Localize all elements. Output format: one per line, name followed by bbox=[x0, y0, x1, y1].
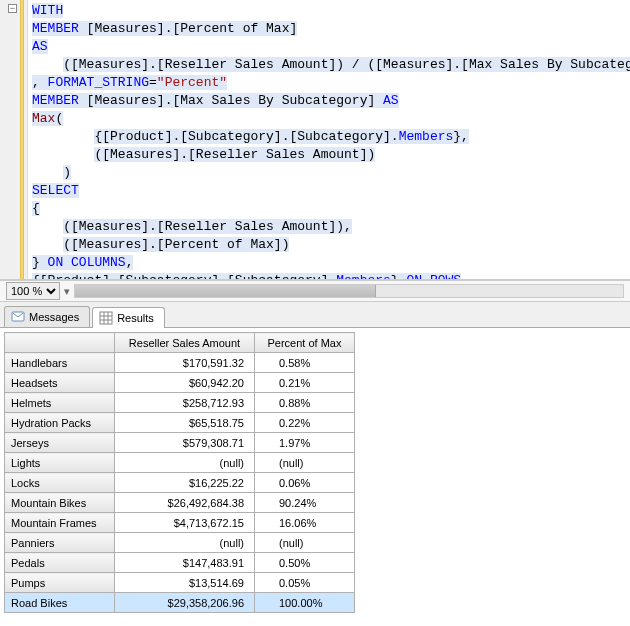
cell-amount[interactable]: (null) bbox=[115, 533, 255, 553]
table-row[interactable]: Mountain Bikes$26,492,684.3890.24% bbox=[5, 493, 355, 513]
table-row[interactable]: Panniers(null)(null) bbox=[5, 533, 355, 553]
cell-percent[interactable]: 0.06% bbox=[255, 473, 355, 493]
cell-percent[interactable]: 90.24% bbox=[255, 493, 355, 513]
cell-amount[interactable]: $579,308.71 bbox=[115, 433, 255, 453]
code-editor[interactable]: − WITH MEMBER [Measures].[Percent of Max… bbox=[0, 0, 630, 280]
row-header[interactable]: Panniers bbox=[5, 533, 115, 553]
table-row[interactable]: Headsets$60,942.200.21% bbox=[5, 373, 355, 393]
scrollbar-thumb[interactable] bbox=[75, 285, 376, 297]
table-row[interactable]: Lights(null)(null) bbox=[5, 453, 355, 473]
table-row[interactable]: Pumps$13,514.690.05% bbox=[5, 573, 355, 593]
table-row[interactable]: Pedals$147,483.910.50% bbox=[5, 553, 355, 573]
cell-percent[interactable]: 100.00% bbox=[255, 593, 355, 613]
zoom-step-down[interactable]: ▾ bbox=[64, 285, 70, 298]
cell-amount[interactable]: $60,942.20 bbox=[115, 373, 255, 393]
result-tabs: Messages Results bbox=[0, 302, 630, 328]
messages-icon bbox=[11, 310, 25, 324]
tab-messages[interactable]: Messages bbox=[4, 306, 90, 327]
zoom-select[interactable]: 100 % bbox=[6, 282, 60, 300]
cell-percent[interactable]: 0.50% bbox=[255, 553, 355, 573]
cell-percent[interactable]: 16.06% bbox=[255, 513, 355, 533]
cell-percent[interactable]: (null) bbox=[255, 533, 355, 553]
editor-gutter: − bbox=[0, 0, 28, 279]
results-pane: Reseller Sales AmountPercent of Max Hand… bbox=[0, 328, 630, 626]
table-row[interactable]: Locks$16,225.220.06% bbox=[5, 473, 355, 493]
results-grid[interactable]: Reseller Sales AmountPercent of Max Hand… bbox=[4, 332, 355, 613]
cell-amount[interactable]: $13,514.69 bbox=[115, 573, 255, 593]
table-row[interactable]: Jerseys$579,308.711.97% bbox=[5, 433, 355, 453]
zoom-bar: 100 % ▾ bbox=[0, 280, 630, 302]
cell-amount[interactable]: $29,358,206.96 bbox=[115, 593, 255, 613]
table-row[interactable]: Mountain Frames$4,713,672.1516.06% bbox=[5, 513, 355, 533]
row-header[interactable]: Lights bbox=[5, 453, 115, 473]
horizontal-scrollbar[interactable] bbox=[74, 284, 624, 298]
cell-percent[interactable]: (null) bbox=[255, 453, 355, 473]
results-icon bbox=[99, 311, 113, 325]
tab-results[interactable]: Results bbox=[92, 307, 165, 328]
collapse-toggle[interactable]: − bbox=[8, 4, 17, 13]
cell-amount[interactable]: $258,712.93 bbox=[115, 393, 255, 413]
cell-percent[interactable]: 0.05% bbox=[255, 573, 355, 593]
cell-amount[interactable]: $170,591.32 bbox=[115, 353, 255, 373]
corner-header[interactable] bbox=[5, 333, 115, 353]
row-header[interactable]: Mountain Bikes bbox=[5, 493, 115, 513]
tab-label: Results bbox=[117, 312, 154, 324]
svg-rect-1 bbox=[100, 312, 112, 324]
row-header[interactable]: Road Bikes bbox=[5, 593, 115, 613]
row-header[interactable]: Jerseys bbox=[5, 433, 115, 453]
cell-percent[interactable]: 0.21% bbox=[255, 373, 355, 393]
row-header[interactable]: Mountain Frames bbox=[5, 513, 115, 533]
cell-amount[interactable]: $26,492,684.38 bbox=[115, 493, 255, 513]
table-row[interactable]: Hydration Packs$65,518.750.22% bbox=[5, 413, 355, 433]
tab-label: Messages bbox=[29, 311, 79, 323]
row-header[interactable]: Hydration Packs bbox=[5, 413, 115, 433]
cell-amount[interactable]: $4,713,672.15 bbox=[115, 513, 255, 533]
cell-amount[interactable]: $147,483.91 bbox=[115, 553, 255, 573]
cell-percent[interactable]: 0.88% bbox=[255, 393, 355, 413]
column-header[interactable]: Percent of Max bbox=[255, 333, 355, 353]
cell-percent[interactable]: 0.58% bbox=[255, 353, 355, 373]
row-header[interactable]: Helmets bbox=[5, 393, 115, 413]
code-text[interactable]: WITH MEMBER [Measures].[Percent of Max] … bbox=[28, 0, 630, 279]
column-header[interactable]: Reseller Sales Amount bbox=[115, 333, 255, 353]
cell-amount[interactable]: (null) bbox=[115, 453, 255, 473]
table-header-row: Reseller Sales AmountPercent of Max bbox=[5, 333, 355, 353]
table-row[interactable]: Helmets$258,712.930.88% bbox=[5, 393, 355, 413]
cell-percent[interactable]: 1.97% bbox=[255, 433, 355, 453]
row-header[interactable]: Pedals bbox=[5, 553, 115, 573]
row-header[interactable]: Headsets bbox=[5, 373, 115, 393]
cell-percent[interactable]: 0.22% bbox=[255, 413, 355, 433]
row-header[interactable]: Pumps bbox=[5, 573, 115, 593]
row-header[interactable]: Handlebars bbox=[5, 353, 115, 373]
table-row[interactable]: Handlebars$170,591.320.58% bbox=[5, 353, 355, 373]
table-row[interactable]: Road Bikes$29,358,206.96100.00% bbox=[5, 593, 355, 613]
row-header[interactable]: Locks bbox=[5, 473, 115, 493]
cell-amount[interactable]: $65,518.75 bbox=[115, 413, 255, 433]
cell-amount[interactable]: $16,225.22 bbox=[115, 473, 255, 493]
